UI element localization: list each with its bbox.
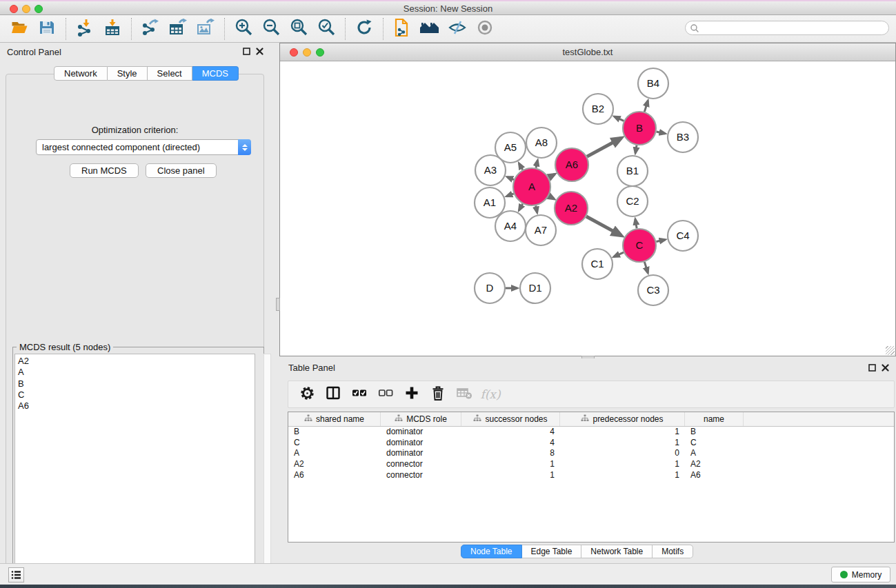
open-session-button[interactable] (6, 17, 33, 41)
close-panel-icon[interactable] (256, 48, 263, 55)
home-button[interactable] (416, 17, 444, 41)
criterion-dropdown[interactable]: largest connected component (directed) (36, 139, 251, 155)
mcds-list-scrollbar[interactable] (263, 354, 271, 580)
column-header-MCDS-role[interactable]: MCDS role (381, 412, 461, 426)
edge-B-B4[interactable] (644, 101, 648, 112)
table-cell: C (685, 438, 744, 448)
tab-edge-table[interactable]: Edge Table (522, 545, 582, 558)
table-cell: 1 (461, 470, 560, 480)
column-header-filler (744, 412, 894, 426)
close-panel-button[interactable]: Close panel (146, 163, 217, 178)
edge-C-C3[interactable] (644, 262, 648, 273)
edge-A-A1[interactable] (507, 194, 514, 196)
search-field[interactable] (685, 21, 889, 35)
control-panel-tabs: NetworkStyleSelectMCDS (54, 66, 239, 81)
edge-C-C1[interactable] (614, 252, 624, 256)
network-graph[interactable]: B4B2BB3A8A5A6A3B1AC2A1A2A4A7C4CC1DD1C3 (280, 61, 895, 356)
network-window-titlebar[interactable]: testGlobe.txt (280, 43, 895, 61)
edge-C-C4[interactable] (656, 240, 665, 242)
column-header-predecessor-nodes[interactable]: predecessor nodes (560, 412, 685, 426)
zoom-selected-icon (317, 18, 336, 39)
export-table-button[interactable] (164, 17, 192, 41)
mcds-result-list[interactable]: A2ABCA6 (14, 354, 255, 580)
save-session-button[interactable] (33, 17, 61, 41)
tab-network-table[interactable]: Network Table (581, 545, 653, 558)
edge-A2-C[interactable] (586, 216, 621, 236)
window-resize-grip[interactable] (886, 346, 895, 355)
edge-A6-B[interactable] (587, 138, 621, 156)
zoom-out-icon (262, 18, 281, 39)
memory-button[interactable]: Memory (831, 567, 890, 582)
edge-B-B1[interactable] (635, 145, 637, 153)
table-row[interactable]: A2connector11A2 (288, 459, 894, 470)
edge-A-A4[interactable] (519, 204, 523, 210)
tab-motifs[interactable]: Motifs (653, 545, 693, 558)
edge-A-A5[interactable] (519, 163, 523, 170)
table-row[interactable]: Bdominator41B (288, 427, 894, 438)
network-canvas[interactable]: B4B2BB3A8A5A6A3B1AC2A1A2A4A7C4CC1DD1C3 (280, 61, 895, 356)
select-all-button[interactable] (348, 383, 371, 405)
import-table-button[interactable] (99, 17, 126, 41)
status-bar: Memory (0, 563, 896, 585)
edge-A-A8[interactable] (536, 161, 537, 168)
column-header-name[interactable]: name (685, 412, 744, 426)
mcds-result-item[interactable]: C (18, 389, 252, 401)
table-row[interactable]: Adominator80A (288, 448, 894, 459)
edge-C-C2[interactable] (635, 219, 637, 228)
delete-row-button[interactable] (426, 383, 450, 405)
table-cell: 1 (560, 427, 685, 437)
search-input[interactable] (699, 22, 888, 34)
divider-grip-left[interactable] (276, 298, 280, 311)
edge-A-A3[interactable] (507, 177, 514, 180)
float-panel-icon[interactable] (243, 48, 250, 55)
annotation-eye-button[interactable] (444, 17, 471, 41)
import-network-button[interactable] (71, 17, 99, 41)
columns-button[interactable] (321, 383, 345, 405)
edge-B-B3[interactable] (656, 132, 665, 134)
mcds-result-item[interactable]: A6 (18, 401, 252, 412)
edge-A-A2[interactable] (549, 196, 555, 199)
zoom-selected-button[interactable] (312, 17, 340, 41)
refresh-layout-button[interactable] (350, 17, 378, 41)
task-list-icon (11, 570, 21, 580)
eye-button[interactable] (471, 17, 499, 41)
toolbar-separator (131, 18, 132, 40)
annotation-eye-icon (448, 19, 467, 39)
edge-A-A6[interactable] (549, 174, 555, 178)
mcds-result-item[interactable]: A2 (18, 356, 252, 367)
add-row-button[interactable] (400, 383, 424, 405)
export-image-button[interactable] (192, 17, 219, 41)
column-header-shared-name[interactable]: shared name (288, 412, 381, 426)
mcds-result-item[interactable]: A (18, 367, 252, 378)
tab-node-table[interactable]: Node Table (461, 545, 522, 558)
document-network-icon (393, 18, 411, 40)
tab-mcds[interactable]: MCDS (192, 66, 239, 81)
float-table-panel-icon[interactable] (868, 364, 876, 372)
attribute-icon (395, 414, 403, 424)
table-cell: A2 (685, 459, 744, 469)
tab-network[interactable]: Network (54, 66, 108, 81)
gear-button[interactable] (295, 383, 319, 405)
deselect-all-button[interactable] (374, 383, 397, 405)
tab-select[interactable]: Select (148, 66, 192, 81)
table-cell: 1 (461, 459, 560, 469)
edge-A-A7[interactable] (536, 205, 537, 212)
task-history-button[interactable] (8, 567, 24, 582)
table-row[interactable]: A6connector11A6 (288, 469, 894, 480)
run-mcds-button[interactable]: Run MCDS (70, 163, 139, 178)
zoom-out-button[interactable] (257, 17, 285, 41)
zoom-in-button[interactable] (230, 17, 257, 41)
edge-B-B2[interactable] (615, 116, 624, 121)
tab-style[interactable]: Style (108, 66, 148, 81)
export-network-button[interactable] (137, 17, 164, 41)
column-header-successor-nodes[interactable]: successor nodes (461, 412, 560, 426)
close-table-panel-icon[interactable] (882, 364, 889, 372)
column-label: name (704, 414, 724, 424)
table-cell: A (288, 448, 381, 458)
document-network-button[interactable] (388, 17, 416, 41)
zoom-fit-button[interactable] (285, 17, 312, 41)
table-row[interactable]: Cdominator41C (288, 438, 894, 449)
mcds-result-item[interactable]: B (18, 378, 252, 389)
table-cell: A6 (288, 470, 381, 480)
import-table-disabled-button (452, 383, 476, 405)
